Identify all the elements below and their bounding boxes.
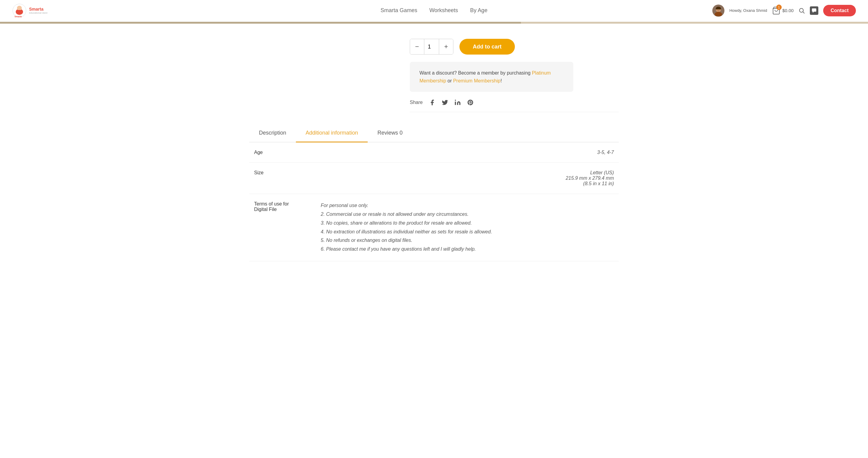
terms-line-2: 2. Commercial use or resale is not allow… bbox=[321, 210, 614, 219]
header-right: Howdy, Oxana Shmid 1 $0.00 Contact bbox=[712, 4, 856, 17]
purchase-row: − 1 + Add to cart bbox=[410, 39, 619, 55]
logo-icon: Smarta bbox=[12, 3, 27, 18]
terms-line-5: 5. No refunds or exchanges on digital fi… bbox=[321, 236, 614, 245]
logo[interactable]: Smarta Smarta educational store bbox=[12, 3, 48, 18]
size-row: Size Letter (US) 215.9 mm x 279.4 mm (8.… bbox=[249, 163, 619, 194]
svg-point-14 bbox=[455, 100, 456, 101]
svg-rect-13 bbox=[455, 102, 456, 105]
nav-smarta-games[interactable]: Smarta Games bbox=[381, 7, 417, 13]
age-label: Age bbox=[249, 142, 316, 163]
svg-line-11 bbox=[803, 12, 805, 13]
terms-line-6: 6. Please contact me if you have any que… bbox=[321, 245, 614, 254]
search-icon[interactable] bbox=[798, 7, 805, 14]
svg-point-2 bbox=[17, 6, 22, 10]
contact-button[interactable]: Contact bbox=[823, 5, 856, 17]
discount-box: Want a discount? Become a member by purc… bbox=[410, 62, 573, 92]
logo-text: Smarta bbox=[29, 7, 48, 11]
age-row: Age 3-5, 4-7 bbox=[249, 142, 619, 163]
discount-or: or bbox=[447, 78, 452, 83]
main-nav: Smarta Games Worksheets By Age bbox=[381, 7, 488, 13]
share-label: Share bbox=[410, 100, 423, 105]
tab-reviews[interactable]: Reviews 0 bbox=[368, 124, 412, 142]
facebook-icon[interactable] bbox=[429, 99, 435, 106]
nav-worksheets[interactable]: Worksheets bbox=[430, 7, 458, 13]
additional-info-table: Age 3-5, 4-7 Size Letter (US) 215.9 mm x… bbox=[249, 142, 619, 261]
svg-text:Smarta: Smarta bbox=[14, 16, 22, 18]
terms-line-1: For personal use only. bbox=[321, 201, 614, 210]
howdy-text: Howdy, Oxana Shmid bbox=[729, 8, 767, 13]
pinterest-icon[interactable] bbox=[467, 99, 474, 106]
svg-rect-3 bbox=[17, 10, 22, 14]
svg-rect-12 bbox=[812, 8, 816, 11]
linkedin-icon[interactable] bbox=[454, 99, 461, 106]
tab-description[interactable]: Description bbox=[249, 124, 296, 142]
logo-tagline: educational store bbox=[29, 11, 48, 14]
nav-by-age[interactable]: By Age bbox=[470, 7, 487, 13]
premium-membership-link[interactable]: Premium Membership bbox=[453, 78, 500, 83]
add-to-cart-button[interactable]: Add to cart bbox=[460, 39, 515, 55]
terms-line-4: 4. No extraction of illustrations as ind… bbox=[321, 228, 614, 236]
chat-icon[interactable] bbox=[810, 6, 818, 15]
cart-button[interactable]: 1 $0.00 bbox=[772, 6, 794, 15]
tab-additional-info[interactable]: Additional information bbox=[296, 124, 368, 142]
age-value: 3-5, 4-7 bbox=[316, 142, 619, 163]
cart-badge: 1 bbox=[776, 4, 782, 10]
header: Smarta Smarta educational store Smarta G… bbox=[0, 0, 868, 21]
cart-price: $0.00 bbox=[782, 8, 794, 13]
quantity-input[interactable]: 1 bbox=[424, 39, 439, 54]
discount-text: Want a discount? Become a member by purc… bbox=[420, 70, 531, 76]
terms-row: Terms of use for Digital File For person… bbox=[249, 194, 619, 261]
terms-value: For personal use only. 2. Commercial use… bbox=[316, 194, 619, 261]
svg-point-10 bbox=[800, 8, 804, 12]
user-avatar-container[interactable] bbox=[712, 4, 724, 17]
size-label: Size bbox=[249, 163, 316, 194]
quantity-increase-button[interactable]: + bbox=[439, 39, 453, 55]
quantity-decrease-button[interactable]: − bbox=[410, 39, 424, 55]
main-content: − 1 + Add to cart Want a discount? Becom… bbox=[237, 24, 631, 267]
avatar bbox=[712, 4, 724, 17]
svg-point-6 bbox=[715, 12, 722, 16]
terms-line-3: 3. No copies, share or alterations to th… bbox=[321, 219, 614, 228]
share-row: Share bbox=[410, 99, 619, 112]
quantity-control: − 1 + bbox=[410, 39, 454, 55]
size-value: Letter (US) 215.9 mm x 279.4 mm (8.5 in … bbox=[316, 163, 619, 194]
terms-label: Terms of use for Digital File bbox=[249, 194, 316, 261]
tabs: Description Additional information Revie… bbox=[249, 124, 619, 142]
twitter-icon[interactable] bbox=[441, 99, 448, 106]
